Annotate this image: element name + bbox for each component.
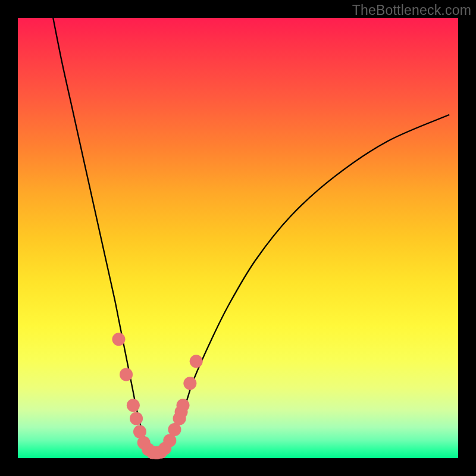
plot-area	[18, 18, 458, 458]
highlight-dot	[112, 333, 125, 346]
highlight-dot	[177, 399, 190, 412]
highlight-dot	[190, 355, 203, 368]
watermark-text: TheBottleneck.com	[352, 2, 471, 18]
highlight-dot	[120, 368, 133, 381]
chart-container: TheBottleneck.com	[0, 0, 476, 476]
highlight-dot	[130, 412, 143, 425]
highlight-dot	[183, 377, 196, 390]
highlight-dot	[127, 399, 140, 412]
bottleneck-curve	[53, 18, 449, 455]
chart-svg	[18, 18, 458, 458]
